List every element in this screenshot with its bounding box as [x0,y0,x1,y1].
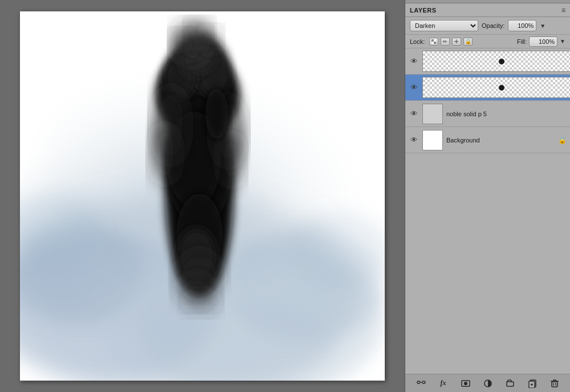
layers-bottom-toolbar: fx [405,374,570,392]
svg-point-36 [205,88,228,140]
layer-thumbnail-1 [422,51,570,72]
layer-thumbnail-2 [422,77,570,98]
layer-name-3: noble solid p 5 [446,111,567,117]
svg-rect-50 [552,382,557,387]
layer-name-4: Background [446,137,555,144]
eye-icon-1: 👁 [410,57,418,66]
thumbnail-content-2 [499,85,504,91]
panel-menu-icon[interactable]: ≡ [561,6,565,14]
adjustment-layer-icon[interactable] [482,378,494,389]
opacity-input[interactable] [508,20,536,31]
opacity-label: Opacity: [482,22,504,29]
layers-panel-title: LAYERS [410,7,437,14]
layer-item-1[interactable]: 👁 Layered FotoBlendz 3_1 [405,48,570,75]
svg-rect-40 [434,39,436,42]
layer-thumbnail-4 [422,130,443,150]
layers-panel-header: LAYERS ≡ [405,3,570,17]
background-lock-icon: 🔒 [558,136,567,144]
layers-panel: LAYERS ≡ Darken Normal Multiply Screen O… [405,0,570,392]
svg-rect-37 [431,39,434,42]
lock-label: Lock: [410,38,425,45]
eye-icon-4: 👁 [410,136,418,144]
eye-icon-3: 👁 [410,109,418,118]
blend-mode-row: Darken Normal Multiply Screen Overlay Op… [405,17,570,35]
svg-point-43 [464,382,467,385]
lock-pixels-icon[interactable]: ✏ [441,38,450,46]
layer-item-3[interactable]: 👁 noble solid p 5 [405,101,570,127]
blend-mode-select[interactable]: Darken Normal Multiply Screen Overlay [410,20,478,31]
svg-point-23 [171,31,194,60]
visibility-toggle-2[interactable]: 👁 [409,83,419,93]
svg-point-35 [184,289,218,315]
canvas-container [20,11,385,381]
svg-point-24 [201,27,221,52]
svg-rect-45 [507,382,514,386]
svg-point-32 [218,131,243,188]
delete-layer-icon[interactable] [549,378,560,389]
canvas-area [0,0,405,392]
layer-item-4[interactable]: 👁 Background 🔒 [405,127,570,153]
eye-icon-2: 👁 [410,83,418,92]
lock-row: Lock: ✏ ✛ 🔒 Fill: ▼ [405,35,570,48]
layer-thumbnail-3 [422,104,443,124]
new-layer-icon[interactable] [527,378,538,389]
add-mask-icon[interactable] [460,378,471,389]
fill-arrow[interactable]: ▼ [560,38,565,44]
svg-rect-39 [431,42,434,44]
fill-input[interactable] [529,36,557,47]
svg-rect-38 [434,42,436,44]
lock-all-icon[interactable]: 🔒 [463,38,473,46]
layer-item-2[interactable]: 👁 Layered FotoBlendz 3_2 [405,75,570,101]
lock-transparent-icon[interactable] [429,38,438,46]
lock-position-icon[interactable]: ✛ [452,38,461,46]
painting [20,11,385,381]
opacity-arrow[interactable]: ▼ [540,23,545,29]
visibility-toggle-4[interactable]: 👁 [409,135,419,145]
visibility-toggle-3[interactable]: 👁 [409,109,419,119]
link-layers-icon[interactable] [416,378,427,389]
group-layers-icon[interactable] [504,378,516,389]
visibility-toggle-1[interactable]: 👁 [409,56,419,67]
svg-point-30 [151,122,180,185]
thumbnail-content-1 [499,59,504,64]
layer-effects-icon[interactable]: fx [438,378,449,389]
fill-label: Fill: [517,38,527,45]
layers-list: 👁 Layered FotoBlendz 3_1 👁 Layered FotoB… [405,48,570,374]
